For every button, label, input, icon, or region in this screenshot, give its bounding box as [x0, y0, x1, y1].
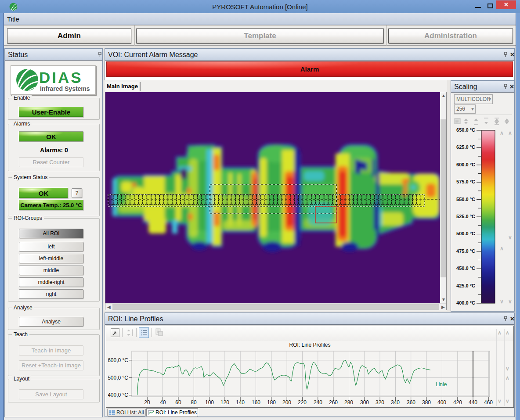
svg-text:500,0 °C: 500,0 °C	[108, 375, 128, 381]
svg-text:Linie: Linie	[436, 381, 447, 388]
svg-text:DIAS: DIAS	[39, 69, 83, 86]
svg-text:600,0 °C: 600,0 °C	[108, 357, 128, 363]
svg-text:400,0 °C: 400,0 °C	[108, 392, 128, 398]
svg-text:Infrared Systems: Infrared Systems	[40, 85, 90, 92]
